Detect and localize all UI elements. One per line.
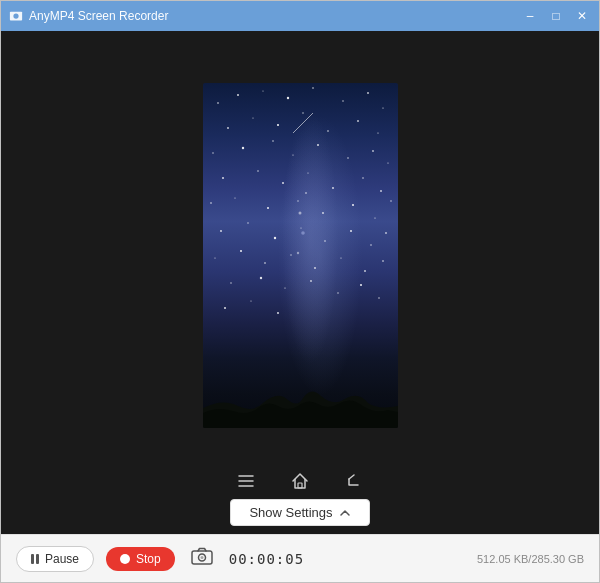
- svg-point-46: [370, 244, 371, 245]
- svg-point-57: [259, 276, 261, 278]
- svg-point-22: [347, 157, 348, 158]
- preview-area: [1, 51, 599, 459]
- back-button[interactable]: [342, 469, 366, 493]
- pause-label: Pause: [45, 552, 79, 566]
- svg-point-36: [322, 212, 324, 214]
- svg-point-68: [301, 231, 305, 235]
- svg-point-25: [222, 177, 224, 179]
- svg-point-5: [286, 96, 288, 98]
- minimize-button[interactable]: –: [521, 7, 539, 25]
- svg-point-45: [350, 230, 352, 232]
- svg-point-64: [250, 300, 251, 301]
- svg-point-1: [13, 13, 18, 18]
- svg-point-40: [220, 230, 222, 232]
- svg-point-62: [378, 297, 380, 299]
- svg-point-16: [377, 132, 378, 133]
- svg-point-49: [239, 249, 241, 251]
- svg-line-66: [293, 113, 313, 133]
- svg-point-29: [332, 187, 334, 189]
- svg-point-69: [296, 251, 298, 253]
- svg-point-4: [262, 90, 263, 91]
- show-settings-button[interactable]: Show Settings: [230, 499, 369, 526]
- svg-point-50: [264, 262, 266, 264]
- svg-point-23: [372, 150, 374, 152]
- storage-info: 512.05 KB/285.30 GB: [477, 553, 584, 565]
- svg-point-6: [312, 87, 314, 89]
- svg-point-47: [385, 232, 387, 234]
- svg-point-48: [214, 257, 215, 258]
- svg-point-9: [382, 107, 383, 108]
- svg-point-63: [224, 307, 226, 309]
- recording-timer: 00:00:05: [229, 551, 304, 567]
- svg-point-33: [234, 197, 235, 198]
- svg-point-35: [297, 200, 298, 201]
- window-controls: – □ ✕: [521, 7, 591, 25]
- svg-point-13: [302, 112, 303, 113]
- svg-point-53: [340, 257, 341, 258]
- svg-point-56: [230, 282, 231, 283]
- svg-point-8: [367, 92, 369, 94]
- title-bar-left: AnyMP4 Screen Recorder: [9, 9, 168, 23]
- svg-point-44: [324, 240, 326, 242]
- svg-point-41: [247, 222, 248, 223]
- svg-point-77: [200, 556, 203, 559]
- app-title: AnyMP4 Screen Recorder: [29, 9, 168, 23]
- svg-point-11: [252, 117, 253, 118]
- maximize-button[interactable]: □: [547, 7, 565, 25]
- camera-icon: [191, 547, 213, 565]
- show-settings-label: Show Settings: [249, 505, 332, 520]
- svg-point-15: [357, 120, 359, 122]
- svg-point-24: [387, 162, 388, 163]
- stop-button[interactable]: Stop: [106, 547, 175, 571]
- svg-point-27: [281, 181, 283, 183]
- svg-point-32: [210, 202, 212, 204]
- title-bar: AnyMP4 Screen Recorder – □ ✕: [1, 1, 599, 31]
- svg-point-42: [273, 236, 275, 238]
- svg-point-37: [351, 203, 353, 205]
- main-content: Show Settings: [1, 31, 599, 534]
- screenshot-button[interactable]: [187, 547, 217, 570]
- svg-point-17: [212, 152, 213, 153]
- svg-point-31: [380, 190, 382, 192]
- close-button[interactable]: ✕: [573, 7, 591, 25]
- svg-point-70: [305, 192, 307, 194]
- home-button[interactable]: [288, 469, 312, 493]
- svg-point-21: [317, 144, 319, 146]
- svg-point-65: [277, 312, 279, 314]
- svg-point-26: [257, 170, 258, 171]
- stop-label: Stop: [136, 552, 161, 566]
- svg-point-52: [314, 267, 316, 269]
- svg-point-2: [217, 102, 219, 104]
- svg-point-18: [241, 146, 243, 148]
- svg-point-61: [359, 283, 361, 285]
- svg-point-14: [327, 130, 329, 132]
- toolbar-area: Show Settings: [1, 459, 599, 534]
- svg-point-28: [307, 172, 308, 173]
- svg-point-43: [300, 227, 301, 228]
- stop-icon: [120, 554, 130, 564]
- landscape-silhouette: [203, 368, 398, 428]
- pause-icon: [31, 554, 39, 564]
- svg-point-39: [390, 200, 392, 202]
- svg-point-59: [310, 280, 312, 282]
- status-bar: Pause Stop 00:00:05 512.05 KB/285.30 GB: [1, 534, 599, 582]
- pause-button[interactable]: Pause: [16, 546, 94, 572]
- svg-point-19: [272, 140, 274, 142]
- screen-preview: [203, 83, 398, 428]
- svg-point-55: [382, 260, 384, 262]
- svg-point-34: [267, 207, 269, 209]
- svg-point-10: [227, 127, 229, 129]
- menu-button[interactable]: [234, 469, 258, 493]
- svg-point-7: [342, 100, 343, 101]
- svg-point-30: [362, 177, 363, 178]
- svg-point-54: [364, 270, 366, 272]
- svg-point-58: [284, 287, 285, 288]
- svg-point-51: [290, 254, 291, 255]
- icon-row: [234, 469, 366, 493]
- svg-point-60: [337, 292, 338, 293]
- svg-point-67: [298, 211, 301, 214]
- chevron-up-icon: [339, 507, 351, 519]
- svg-point-38: [374, 217, 375, 218]
- svg-point-3: [237, 94, 239, 96]
- svg-point-20: [292, 154, 293, 155]
